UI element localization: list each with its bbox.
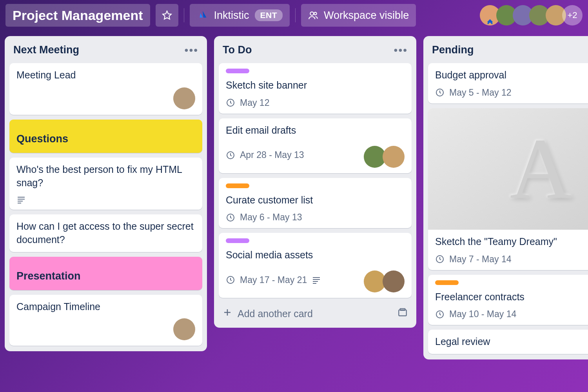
clock-icon bbox=[435, 88, 445, 97]
card[interactable]: How can I get access to the super secret… bbox=[9, 214, 202, 252]
label-chip[interactable] bbox=[226, 183, 249, 188]
description-icon bbox=[16, 195, 26, 204]
card-title: Campaign Timeline bbox=[16, 300, 195, 314]
list-header: To Do ••• bbox=[219, 42, 412, 63]
card-date: May 6 - May 13 bbox=[240, 212, 302, 223]
member-avatar[interactable] bbox=[383, 270, 405, 292]
clock-icon bbox=[226, 213, 235, 222]
clock-icon bbox=[226, 98, 235, 107]
card-title: Edit email drafts bbox=[226, 124, 405, 137]
card[interactable]: Budget approval May 5 - May 12 bbox=[428, 63, 588, 103]
label-chip[interactable] bbox=[226, 69, 249, 73]
separator-card[interactable]: Presentation bbox=[9, 257, 202, 290]
list-title[interactable]: To Do bbox=[223, 44, 252, 56]
list-menu-button[interactable]: ••• bbox=[185, 48, 198, 52]
list: Next Meeting ••• Meeting Lead Questions … bbox=[5, 36, 207, 351]
member-overflow[interactable]: +2 bbox=[562, 5, 583, 25]
svg-rect-17 bbox=[399, 310, 407, 316]
card-date: May 5 - May 12 bbox=[449, 87, 512, 98]
card-members bbox=[367, 270, 405, 292]
card-title: Curate customer list bbox=[226, 194, 405, 207]
board-canvas: Next Meeting ••• Meeting Lead Questions … bbox=[0, 34, 588, 392]
workspace-badge: ENT bbox=[255, 9, 283, 21]
card-date: May 12 bbox=[240, 98, 269, 108]
card-title: Sketch site banner bbox=[226, 79, 405, 92]
card-title: Meeting Lead bbox=[16, 69, 195, 82]
card[interactable]: Freelancer contracts May 10 - May 14 bbox=[428, 275, 588, 325]
card-cover-image: A bbox=[428, 108, 588, 230]
visibility-pill[interactable]: Workspace visible bbox=[301, 4, 416, 27]
clock-icon bbox=[435, 254, 445, 264]
card[interactable]: Who's the best person to fix my HTML sna… bbox=[9, 158, 202, 210]
card-date: May 17 - May 21 bbox=[240, 275, 307, 285]
list-title[interactable]: Next Meeting bbox=[13, 44, 79, 56]
add-card-label: Add another card bbox=[238, 308, 313, 319]
card-title: Social media assets bbox=[226, 249, 405, 262]
svg-marker-0 bbox=[163, 11, 171, 19]
list: Pending Budget approval May 5 - May 12 A… bbox=[423, 36, 588, 359]
star-button[interactable] bbox=[156, 4, 178, 27]
board-header: Project Management Inktistic ENT Workspa… bbox=[0, 0, 588, 34]
atlassian-logo-icon bbox=[197, 9, 209, 21]
board-members: +2 bbox=[484, 5, 583, 25]
visibility-label: Workspace visible bbox=[324, 9, 409, 22]
card-members bbox=[176, 87, 195, 109]
board-title-pill[interactable]: Project Management bbox=[5, 4, 150, 27]
workspace-pill[interactable]: Inktistic ENT bbox=[190, 4, 290, 27]
card[interactable]: Curate customer list May 6 - May 13 bbox=[219, 178, 412, 229]
card[interactable]: Sketch site banner May 12 bbox=[219, 63, 412, 114]
card[interactable]: Social media assets May 17 - May 21 bbox=[219, 233, 412, 298]
board-title: Project Management bbox=[13, 8, 143, 23]
card[interactable]: Edit email drafts Apr 28 - May 13 bbox=[219, 118, 412, 173]
list-header: Next Meeting ••• bbox=[9, 42, 202, 63]
member-avatar[interactable] bbox=[173, 318, 195, 340]
clock-icon bbox=[435, 310, 445, 319]
svg-point-1 bbox=[310, 12, 314, 15]
divider bbox=[295, 8, 296, 22]
member-avatar[interactable] bbox=[173, 87, 195, 109]
label-chip[interactable] bbox=[435, 280, 459, 285]
card-members bbox=[176, 318, 195, 340]
card-title: Budget approval bbox=[435, 69, 588, 82]
people-icon bbox=[308, 10, 318, 20]
card[interactable]: Campaign Timeline bbox=[9, 295, 202, 346]
card[interactable]: Meeting Lead bbox=[9, 63, 202, 115]
card-date: May 7 - May 14 bbox=[449, 254, 512, 265]
divider bbox=[184, 8, 184, 22]
separator-card[interactable]: Questions bbox=[9, 120, 202, 153]
svg-point-2 bbox=[314, 12, 317, 15]
separator-title: Questions bbox=[16, 133, 195, 145]
star-icon bbox=[162, 10, 172, 20]
separator-title: Presentation bbox=[16, 270, 195, 282]
member-avatar[interactable] bbox=[383, 146, 405, 168]
list-title[interactable]: Pending bbox=[432, 44, 474, 56]
description-icon bbox=[312, 275, 321, 285]
label-chip[interactable] bbox=[226, 238, 249, 243]
svg-rect-18 bbox=[400, 309, 405, 310]
card-title: Who's the best person to fix my HTML sna… bbox=[16, 163, 195, 190]
card-template-button[interactable] bbox=[397, 307, 408, 320]
workspace-name: Inktistic bbox=[214, 9, 249, 22]
card[interactable]: A Sketch the "Teamy Dreamy" May 7 - May … bbox=[428, 108, 588, 270]
card-members bbox=[367, 146, 405, 168]
card-title: Legal review bbox=[435, 335, 588, 348]
card-date: Apr 28 - May 13 bbox=[240, 150, 304, 160]
list-header: Pending bbox=[428, 42, 588, 63]
card-title: Freelancer contracts bbox=[435, 290, 588, 304]
plus-icon bbox=[223, 308, 232, 319]
card-title: Sketch the "Teamy Dreamy" bbox=[435, 235, 588, 249]
list: To Do ••• Sketch site banner May 12 Edit… bbox=[214, 36, 416, 328]
card-date: May 10 - May 14 bbox=[449, 309, 516, 319]
add-card-button[interactable]: Add another card bbox=[219, 303, 412, 322]
clock-icon bbox=[226, 151, 235, 160]
clock-icon bbox=[226, 275, 235, 285]
card[interactable]: Legal review bbox=[428, 330, 588, 354]
chevron-up-icon bbox=[487, 19, 493, 25]
card-title: How can I get access to the super secret… bbox=[16, 220, 195, 247]
list-menu-button[interactable]: ••• bbox=[394, 48, 408, 52]
